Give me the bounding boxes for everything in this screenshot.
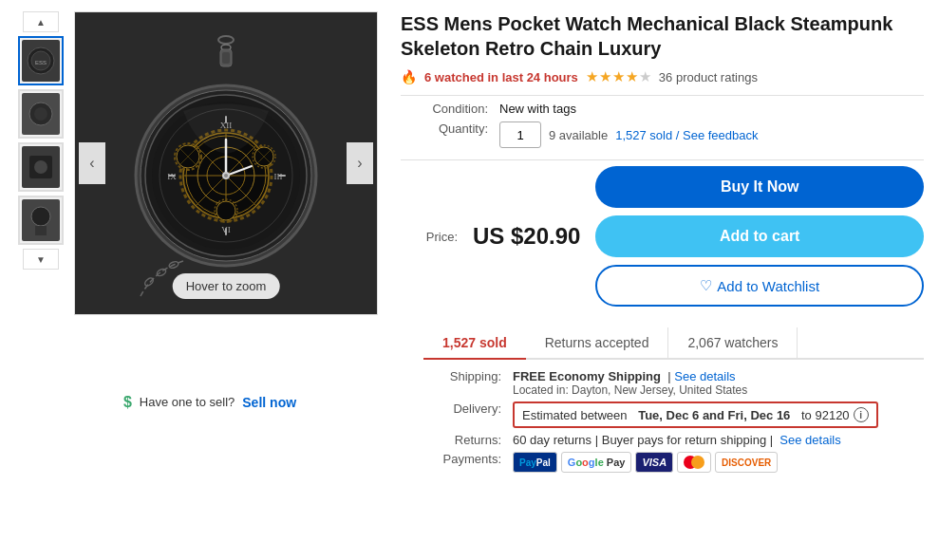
- divider-2: [401, 159, 924, 160]
- delivery-info-icon[interactable]: i: [854, 407, 869, 422]
- visa-icon: VISA: [635, 452, 673, 473]
- thumbnail-1[interactable]: ESS: [18, 36, 64, 85]
- buy-now-button[interactable]: Buy It Now: [595, 166, 924, 208]
- thumbnail-column: ▲ ESS: [15, 11, 66, 316]
- quantity-row: 9 available 1,527 sold / See feedback: [499, 121, 924, 148]
- sell-now-link[interactable]: Sell now: [242, 395, 296, 410]
- star-rating: ★ ★ ★ ★ ★: [586, 68, 651, 85]
- star-4: ★: [626, 68, 638, 85]
- delivery-value-cell: Estimated between Tue, Dec 6 and Fri, De…: [513, 401, 924, 428]
- condition-label: Condition:: [401, 102, 496, 116]
- star-2: ★: [599, 68, 611, 85]
- price-action-row: Price: US $20.90 Buy It Now Add to cart …: [401, 166, 924, 307]
- svg-point-11: [31, 207, 50, 226]
- sold-link[interactable]: 1,527 sold / See feedback: [615, 128, 758, 142]
- delivery-zip: to 92120: [801, 408, 850, 422]
- svg-rect-17: [222, 52, 230, 64]
- shipping-label: Shipping:: [423, 369, 509, 397]
- svg-text:IX: IX: [167, 172, 177, 181]
- returns-details-link[interactable]: See details: [779, 433, 840, 447]
- payment-icons: PayPal Google Pay VISA DISCOVER: [513, 452, 924, 473]
- hover-zoom-label: Hover to zoom: [173, 273, 280, 299]
- tab-returns[interactable]: Returns accepted: [526, 327, 669, 360]
- watch-illustration: XII III VI IX: [75, 12, 377, 314]
- svg-text:ESS: ESS: [35, 60, 47, 65]
- main-image: ‹: [74, 11, 378, 315]
- svg-text:III: III: [274, 172, 283, 181]
- returns-value-cell: 60 day returns | Buyer pays for return s…: [513, 433, 924, 447]
- condition-value: New with tags: [499, 102, 924, 116]
- discover-icon: DISCOVER: [715, 452, 778, 473]
- image-prev-arrow[interactable]: ‹: [79, 142, 105, 184]
- sell-section: $ Have one to sell? Sell now: [15, 327, 404, 473]
- tab-sold[interactable]: 1,527 sold: [423, 327, 526, 360]
- divider-1: [401, 95, 924, 96]
- returns-value: 60 day returns | Buyer pays for return s…: [513, 433, 773, 447]
- star-3: ★: [612, 68, 625, 85]
- dollar-icon: $: [123, 394, 132, 411]
- shipping-value-cell: FREE Economy Shipping | See details Loca…: [513, 369, 924, 397]
- thumbnail-4[interactable]: [18, 196, 64, 245]
- google-pay-icon: Google Pay: [561, 452, 632, 473]
- star-5: ★: [639, 68, 651, 85]
- mastercard-icon: [677, 452, 711, 473]
- delivery-box: Estimated between Tue, Dec 6 and Fri, De…: [513, 401, 878, 428]
- paypal-icon: PayPal: [513, 452, 557, 473]
- thumb-up-arrow[interactable]: ▲: [23, 11, 59, 32]
- svg-text:VI: VI: [221, 225, 231, 234]
- fire-icon: 🔥: [401, 69, 417, 84]
- bottom-section: $ Have one to sell? Sell now 1,527 sold …: [0, 327, 939, 484]
- product-title: ESS Mens Pocket Watch Mechanical Black S…: [401, 11, 924, 61]
- image-section: ▲ ESS: [15, 11, 378, 316]
- stats-tabs: 1,527 sold Returns accepted 2,067 watche…: [423, 327, 924, 360]
- price-value: US $20.90: [473, 223, 580, 250]
- ratings-count: 36 product ratings: [659, 70, 758, 84]
- heart-icon: ♡: [700, 277, 712, 294]
- shipping-details-link[interactable]: See details: [674, 369, 735, 383]
- delivery-dates: Tue, Dec 6 and Fri, Dec 16: [638, 408, 790, 422]
- svg-rect-12: [35, 226, 47, 235]
- quantity-input[interactable]: [499, 121, 541, 148]
- delivery-text: Estimated between: [522, 408, 628, 422]
- shipping-value: FREE Economy Shipping: [513, 369, 661, 383]
- svg-point-6: [34, 107, 47, 121]
- returns-label: Returns:: [423, 433, 509, 447]
- svg-point-53: [224, 174, 228, 177]
- price-label: Price:: [401, 230, 458, 244]
- details-grid: Condition: New with tags Quantity: 9 ava…: [401, 102, 924, 148]
- product-info-panel: ESS Mens Pocket Watch Mechanical Black S…: [393, 11, 924, 316]
- tab-watchers[interactable]: 2,067 watchers: [668, 327, 798, 360]
- quantity-label: Quantity:: [401, 121, 496, 148]
- watched-text: 6 watched in last 24 hours: [424, 70, 578, 84]
- image-next-arrow[interactable]: ›: [347, 142, 373, 184]
- shipping-grid: Shipping: FREE Economy Shipping | See de…: [423, 369, 924, 473]
- thumbnail-2[interactable]: [18, 89, 64, 139]
- ratings-row: 🔥 6 watched in last 24 hours ★ ★ ★ ★ ★ 3…: [401, 68, 924, 85]
- available-text: 9 available: [549, 128, 608, 142]
- thumbnail-3[interactable]: [18, 142, 64, 192]
- info-section: 1,527 sold Returns accepted 2,067 watche…: [423, 327, 924, 473]
- svg-point-36: [216, 201, 235, 220]
- sell-text: Have one to sell?: [140, 395, 235, 409]
- shipping-sublocation: Located in: Dayton, New Jersey, United S…: [513, 383, 924, 397]
- add-to-cart-button[interactable]: Add to cart: [595, 215, 924, 257]
- delivery-label: Delivery:: [423, 401, 509, 428]
- svg-point-9: [34, 160, 47, 174]
- payments-label: Payments:: [423, 452, 509, 473]
- add-to-watchlist-button[interactable]: ♡ Add to Watchlist: [595, 265, 924, 307]
- action-buttons: Buy It Now Add to cart ♡ Add to Watchlis…: [595, 166, 924, 307]
- thumb-down-arrow[interactable]: ▼: [23, 249, 59, 270]
- star-1: ★: [586, 68, 598, 85]
